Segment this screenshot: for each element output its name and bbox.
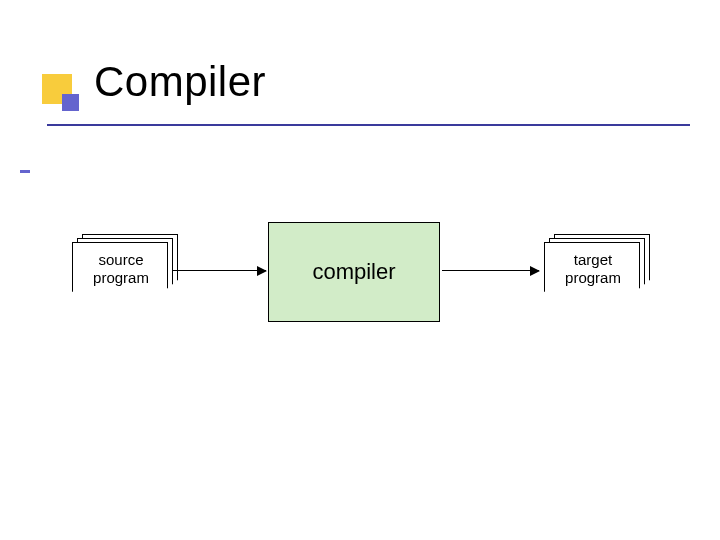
slide-title: Compiler xyxy=(94,58,266,106)
source-line1: source xyxy=(98,251,143,268)
source-line2: program xyxy=(93,269,149,286)
target-line2: program xyxy=(565,269,621,286)
side-tick-icon xyxy=(20,170,30,173)
target-line1: target xyxy=(574,251,612,268)
document-icon: target program xyxy=(544,242,640,300)
document-icon: source program xyxy=(72,242,168,300)
title-underline xyxy=(47,124,690,126)
source-program-label: source program xyxy=(73,251,169,287)
target-program-stack: target program xyxy=(544,242,650,308)
compiler-box: compiler xyxy=(268,222,440,322)
target-program-label: target program xyxy=(545,251,641,287)
blue-square-icon xyxy=(62,94,79,111)
arrow-icon xyxy=(442,270,539,271)
title-bullet-icon xyxy=(42,74,72,104)
compiler-label: compiler xyxy=(312,259,395,285)
arrow-icon xyxy=(172,270,266,271)
source-program-stack: source program xyxy=(72,242,178,308)
